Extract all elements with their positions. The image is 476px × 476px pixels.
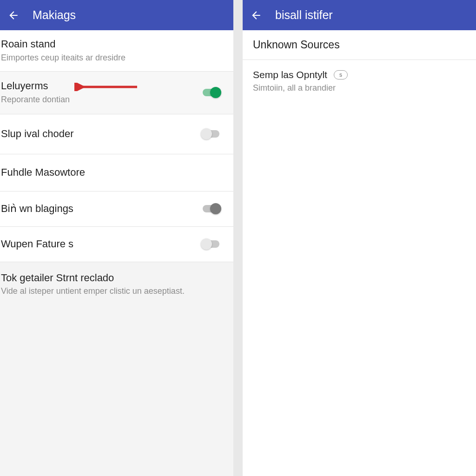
settings-screen-right: bisall istifer Unknown Sources Semp las … [243, 0, 476, 476]
row-title: Tok getailer Strnt reclado [1, 271, 233, 285]
section-title: Unknown Sources [253, 39, 466, 51]
settings-row-fuhdle-masowtore[interactable]: Fuhdle Masowtore [0, 154, 233, 192]
settings-row-wupen-fatures[interactable]: Wupen Fature s [0, 227, 233, 262]
toggle-wupen-fatures[interactable] [201, 238, 221, 250]
row-title: Roain stand [1, 38, 233, 51]
row-subtitle: Vide al isteper untient emper clistic un… [1, 285, 233, 297]
toggle-leluyerms[interactable] [201, 87, 221, 98]
settings-screen-left: Makiags Roain stand Eimportes ceup iteai… [0, 0, 233, 476]
section-header-unknown-sources: Unknown Sources [243, 30, 476, 60]
row-title: Biǹ wn blagings [1, 202, 201, 216]
settings-row-slup-ival[interactable]: Slup ival choder [0, 114, 233, 154]
appbar-title-right: bisall istifer [275, 8, 333, 22]
row-subtitle: Simtoiin, all a brandier [253, 83, 466, 93]
row-title: Wupen Fature s [1, 238, 201, 251]
settings-row-leluyerms[interactable]: Leluyerms Reporante dontian [0, 72, 233, 114]
back-arrow-icon[interactable] [7, 9, 20, 21]
back-arrow-icon[interactable] [250, 9, 262, 21]
row-title: Fuhdle Masowtore [1, 166, 233, 179]
badge-icon: s [334, 70, 348, 79]
row-title: Leluyerms [1, 79, 201, 93]
row-subtitle: Reporante dontian [1, 94, 201, 106]
settings-footer-tok-getailer: Tok getailer Strnt reclado Vide al istep… [0, 262, 233, 305]
row-title: Slup ival choder [1, 127, 201, 141]
toggle-slup-ival[interactable] [201, 128, 221, 139]
settings-row-roain-stand[interactable]: Roain stand Eimportes ceup iteaits ar dr… [0, 30, 233, 72]
settings-row-bin-wn-blagings[interactable]: Biǹ wn blagings [0, 192, 233, 227]
appbar-left: Makiags [0, 0, 233, 30]
row-title: Semp las Opntylt [253, 69, 327, 80]
toggle-bin-wn-blagings[interactable] [201, 203, 221, 214]
appbar-right: bisall istifer [243, 0, 476, 30]
appbar-title-left: Makiags [33, 8, 76, 22]
settings-row-semp-las-opntylt[interactable]: Semp las Opntylt s Simtoiin, all a brand… [243, 60, 476, 99]
row-subtitle: Eimportes ceup iteaits ar dresidre [1, 52, 233, 64]
settings-list-right: Unknown Sources Semp las Opntylt s Simto… [243, 30, 476, 476]
settings-list-left: Roain stand Eimportes ceup iteaits ar dr… [0, 30, 233, 476]
